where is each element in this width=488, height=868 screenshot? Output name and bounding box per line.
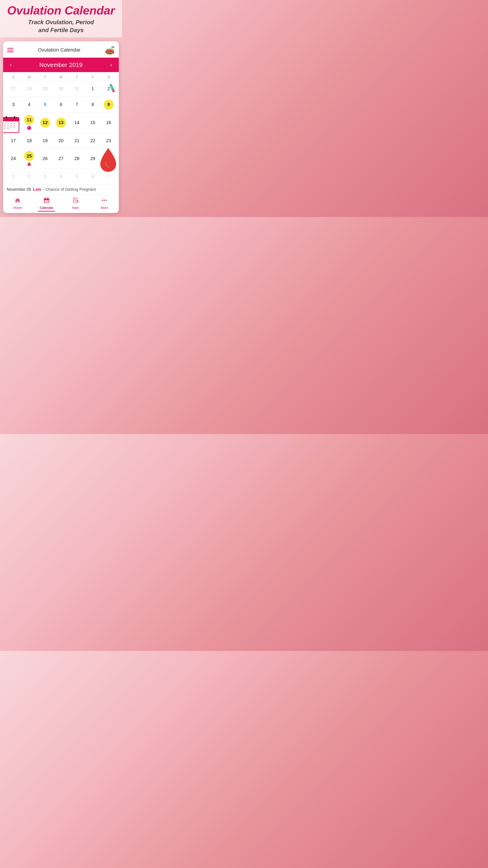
calendar-day-7[interactable]: 7: [69, 100, 85, 110]
svg-point-2: [107, 50, 113, 53]
calendar-day-14[interactable]: 14: [69, 118, 85, 128]
svg-rect-34: [44, 198, 49, 203]
nav-more-label: More: [101, 206, 108, 210]
home-icon: [14, 197, 21, 205]
calendar-day-18[interactable]: 18: [21, 136, 37, 146]
more-icon: [101, 197, 107, 205]
next-month-button[interactable]: ›: [108, 61, 114, 69]
calendar-day-19[interactable]: 19: [37, 136, 53, 146]
calendar-day-20[interactable]: 20: [53, 136, 69, 146]
calendar-day-17[interactable]: 17: [5, 136, 21, 146]
calendar-day-30-prev[interactable]: 30: [53, 84, 69, 94]
svg-rect-21: [7, 125, 9, 125]
svg-point-33: [28, 127, 29, 128]
nav-note-label: Note: [72, 206, 79, 210]
calendar-day-13[interactable]: 13: [53, 118, 69, 128]
nav-note[interactable]: Note: [61, 197, 90, 212]
blood-drop-large: [98, 146, 119, 173]
calendar-day-31-prev[interactable]: 31: [69, 84, 85, 94]
calendar-week-1: 27 28 29 30 31 1 2: [5, 81, 117, 96]
calendar-day-15[interactable]: 15: [85, 118, 101, 128]
calendar-day-6[interactable]: 6: [53, 100, 69, 110]
calendar-day-1[interactable]: 1: [85, 84, 101, 94]
svg-rect-43: [74, 199, 76, 199]
calendar-day-4[interactable]: 4: [21, 100, 37, 110]
calendar-day-22[interactable]: 22: [85, 136, 101, 146]
prev-month-button[interactable]: ‹: [8, 61, 14, 69]
svg-point-48: [104, 199, 105, 201]
svg-rect-29: [7, 129, 9, 129]
calendar-day-1-next[interactable]: 1: [5, 172, 21, 182]
calendar-icon: [43, 197, 50, 205]
calendar-day-11[interactable]: 11: [21, 115, 37, 130]
ovulation-indicator: [27, 125, 32, 130]
weekdays-row: S M T W T F S: [5, 72, 117, 81]
calendar-day-25[interactable]: 25: [21, 151, 37, 166]
calendar-day-6-next[interactable]: 6: [85, 172, 101, 182]
calendar-day-5-next[interactable]: 5: [69, 172, 85, 182]
watermelon-icon: AD: [105, 45, 115, 55]
svg-rect-28: [4, 129, 6, 129]
calendar-day-29-prev[interactable]: 29: [37, 84, 53, 94]
calendar-day-16[interactable]: 16: [101, 118, 117, 128]
svg-rect-23: [13, 125, 15, 125]
nav-more[interactable]: More: [90, 197, 119, 212]
calendar-day-8[interactable]: 8: [85, 100, 101, 110]
weekday-sun: S: [5, 75, 21, 79]
status-level: Low: [33, 187, 41, 192]
svg-rect-27: [13, 127, 15, 127]
svg-rect-45: [74, 201, 75, 202]
calendar-day-3-next[interactable]: 3: [37, 172, 53, 182]
calendar-day-28[interactable]: 28: [69, 154, 85, 164]
calendar-month-year: November 2019: [39, 61, 83, 68]
calendar-day-5[interactable]: 5: [37, 100, 53, 110]
bottom-nav: Home Calendar: [3, 195, 119, 213]
calendar-day-23[interactable]: 23: [101, 136, 117, 146]
calendar-day-26[interactable]: 26: [37, 154, 53, 164]
weekday-tue: T: [37, 75, 53, 79]
app-subtitle: Track Ovulation, Periodand Fertile Days: [4, 18, 118, 34]
calendar-day-3[interactable]: 3: [5, 100, 21, 110]
calendar-day-4-next[interactable]: 4: [53, 172, 69, 182]
status-bar: November 05 Low - Chance of Getting Preg…: [3, 184, 119, 195]
weekday-mon: M: [21, 75, 37, 79]
svg-rect-22: [10, 125, 12, 125]
status-date: November 05: [7, 187, 31, 192]
weekday-wed: W: [53, 75, 69, 79]
hamburger-menu[interactable]: [7, 48, 13, 52]
nav-calendar[interactable]: Calendar: [32, 197, 61, 212]
svg-rect-31: [14, 116, 15, 119]
status-text: - Chance of Getting Pregnant: [43, 187, 96, 192]
svg-point-49: [105, 199, 107, 201]
svg-point-32: [27, 126, 31, 130]
svg-point-47: [102, 199, 103, 201]
calendar-mini-icon: [3, 115, 20, 134]
calendar-day-2-next[interactable]: 2: [21, 172, 37, 182]
svg-rect-17: [7, 123, 9, 124]
calendar-day-28-prev[interactable]: 28: [21, 84, 37, 94]
app-header: Ovulation Calendar Track Ovulation, Peri…: [0, 0, 122, 37]
svg-rect-16: [4, 123, 6, 124]
week-row-5: 24 25 26 27 28 29 30: [5, 149, 117, 168]
calendar-week-3: 10 11 12 13 14 15 16: [5, 112, 117, 133]
top-bar: Ovulation Calendar AD: [3, 41, 119, 58]
calendar-day-27-prev[interactable]: 27: [5, 84, 21, 94]
calendar-day-2[interactable]: 2: [101, 84, 117, 94]
app-card: Ovulation Calendar AD: [3, 41, 119, 213]
calendar-day-24[interactable]: 24: [5, 154, 21, 164]
calendar-day-27[interactable]: 27: [53, 154, 69, 164]
calendar-day-12[interactable]: 12: [37, 118, 53, 128]
svg-rect-25: [7, 127, 9, 127]
calendar-day-21[interactable]: 21: [69, 136, 85, 146]
calendar-day-7-next[interactable]: 7: [101, 172, 117, 182]
svg-rect-18: [10, 123, 12, 124]
svg-rect-30: [6, 116, 7, 119]
svg-rect-15: [3, 120, 19, 121]
card-inner: Ovulation Calendar AD: [3, 41, 119, 213]
week-row-1: 27 28 29 30 31 1 2: [5, 81, 117, 96]
calendar-day-9[interactable]: 9: [101, 100, 117, 110]
nav-calendar-label: Calendar: [40, 206, 53, 210]
svg-rect-36: [44, 199, 49, 200]
svg-text:AD: AD: [111, 46, 114, 48]
nav-home[interactable]: Home: [3, 197, 32, 212]
